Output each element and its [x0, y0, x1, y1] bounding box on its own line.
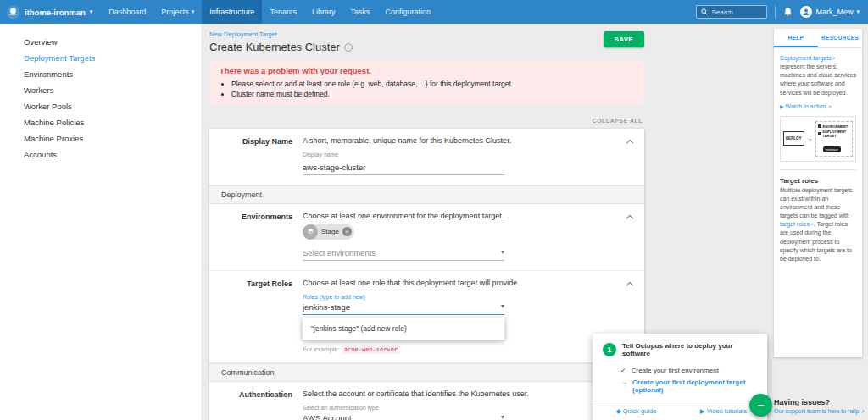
nav-item-infrastructure[interactable]: Infrastructure [202, 0, 262, 24]
auth-type-select[interactable]: AWS Account ▾ [303, 412, 504, 420]
save-button[interactable]: SAVE [604, 31, 644, 47]
error-item: Cluster name must be defined. [231, 90, 634, 98]
roles-input[interactable] [303, 302, 501, 312]
tab-help[interactable]: HELP [774, 29, 818, 47]
infrastructure-sidebar: Overview Deployment Targets Environments… [0, 24, 201, 420]
diagram-deploy-box: DEPLOY [783, 131, 804, 146]
authentication-section: Authentication Select the account or cer… [209, 382, 644, 420]
onboarding-next-item[interactable]: → Create your first deployment target (o… [620, 379, 759, 394]
environments-section: Environments Choose at least one environ… [209, 204, 644, 271]
communication-group-header: Communication [209, 363, 644, 382]
step-badge: 1 [603, 343, 616, 356]
global-search[interactable] [696, 5, 767, 19]
nav-item-configuration[interactable]: Configuration [377, 0, 438, 24]
environment-icon [303, 224, 318, 240]
person-icon [802, 8, 810, 16]
auth-type-value: AWS Account [303, 413, 501, 420]
nav-item-library[interactable]: Library [304, 0, 343, 24]
target-roles-section-label: Target Roles [221, 279, 303, 353]
sidebar-item-machine-proxies[interactable]: Machine Proxies [0, 130, 201, 146]
user-menu[interactable]: Mark_Mew ▾ [800, 6, 860, 18]
nav-divider [775, 6, 776, 18]
arrow-right-icon: → [807, 135, 813, 141]
environments-select-placeholder: Select environments [303, 248, 501, 257]
watch-in-action-link[interactable]: ▶ Watch in action ↗ [780, 103, 856, 109]
error-title: There was a problem with your request. [220, 66, 634, 75]
display-name-section-label: Display Name [221, 136, 303, 175]
deployment-target-form: Display Name A short, memorable, unique … [209, 129, 644, 420]
sidebar-item-deployment-targets[interactable]: Deployment Targets [0, 50, 201, 66]
error-list: Please select or add at least one role (… [231, 80, 634, 98]
chevron-down-icon: ▾ [856, 8, 860, 15]
roles-field-label: Roles (type to add new) [303, 294, 504, 300]
user-name: Mark_Mew [815, 8, 853, 16]
sidebar-item-environments[interactable]: Environments [0, 66, 201, 82]
target-roles-heading: Target roles [780, 177, 856, 185]
deployment-targets-link[interactable]: Deployment targets [780, 55, 832, 61]
sidebar-item-overview[interactable]: Overview [0, 34, 201, 50]
roles-example: For example: acme-web-server [303, 345, 612, 353]
minimize-onboarding-button[interactable]: − [749, 394, 772, 417]
deployment-target-icon [818, 132, 821, 135]
environment-chip: Stage × [303, 224, 354, 240]
arrow-right-icon: → [620, 379, 627, 386]
check-icon: ✓ [620, 367, 626, 374]
sidebar-item-workers[interactable]: Workers [0, 82, 201, 98]
target-roles-section: Target Roles Choose at least one role th… [209, 271, 644, 363]
authentication-description: Select the account or certificate that i… [303, 390, 612, 398]
support-heading: Having issues? [774, 398, 867, 406]
environments-description: Choose at least one environment for the … [303, 212, 612, 220]
caret-down-icon: ▾ [501, 414, 504, 420]
diagram-instance-chip: Instance [823, 146, 841, 152]
bell-icon[interactable] [783, 7, 793, 17]
remove-environment-icon[interactable]: × [342, 227, 352, 236]
space-name: ithome-ironman [25, 8, 86, 17]
play-icon: ▶ [780, 104, 784, 109]
target-roles-help: Multiple deployment targets can exist wi… [780, 186, 856, 263]
display-name-section: Display Name A short, memorable, unique … [209, 129, 644, 185]
nav-item-tasks[interactable]: Tasks [342, 0, 377, 24]
sidebar-item-accounts[interactable]: Accounts [0, 146, 201, 163]
minus-icon: − [758, 399, 765, 412]
page-header: New Deployment Target Create Kubernetes … [201, 24, 653, 53]
onboarding-done-item: ✓ Create your first environment [620, 367, 759, 374]
help-intro: Deployment targets↗ represent the server… [780, 54, 856, 97]
display-name-description: A short, memorable, unique name for this… [303, 136, 612, 145]
page-title: Create Kubernetes Cluster [209, 41, 340, 53]
error-callout: There was a problem with your request. P… [209, 60, 644, 105]
search-input[interactable] [711, 8, 762, 16]
add-new-role-option[interactable]: "jenkins-stage" (add new role) [311, 324, 496, 333]
breadcrumb[interactable]: New Deployment Target [209, 30, 644, 38]
deployment-group-header: Deployment [209, 185, 644, 204]
support-block: Having issues? Our support team is here … [774, 398, 867, 414]
nav-item-dashboard[interactable]: Dashboard [101, 0, 153, 24]
target-roles-link[interactable]: target roles [780, 221, 810, 227]
octopus-logo [6, 5, 20, 19]
nav-item-projects[interactable]: Projects▾ [153, 0, 202, 24]
sidebar-item-machine-policies[interactable]: Machine Policies [0, 114, 201, 130]
display-name-input[interactable] [303, 161, 504, 175]
sidebar-item-worker-pools[interactable]: Worker Pools [0, 98, 201, 114]
auth-type-field-label: Select an authentication type [303, 405, 504, 411]
chevron-down-icon: ▾ [192, 8, 195, 15]
onboarding-card: 1 Tell Octopus where to deploy your soft… [593, 334, 767, 420]
environments-select[interactable]: Select environments ▾ [303, 246, 504, 261]
navbar-right: Mark_Mew ▾ [696, 0, 868, 24]
caret-down-icon: ▾ [501, 303, 504, 310]
search-icon [701, 8, 708, 15]
quick-guide-link[interactable]: ◆ Quick guide [593, 401, 680, 420]
roles-example-code: acme-web-server [342, 345, 400, 354]
support-link[interactable]: Our support team is here to help ↗ [774, 408, 867, 414]
help-panel: HELP RESOURCES Deployment targets↗ repre… [774, 29, 862, 357]
tab-resources[interactable]: RESOURCES [818, 29, 862, 47]
space-switcher[interactable]: ithome-ironman ▾ [0, 0, 101, 24]
environments-section-label: Environments [221, 212, 303, 261]
nav-item-tenants[interactable]: Tenants [262, 0, 304, 24]
info-icon[interactable]: i [344, 43, 353, 52]
diamond-icon: ◆ [616, 407, 621, 415]
error-item: Please select or add at least one role (… [231, 80, 634, 88]
main-nav: Dashboard Projects▾ Infrastructure Tenan… [101, 0, 438, 24]
caret-down-icon: ▾ [501, 249, 504, 256]
divider [780, 169, 856, 170]
collapse-all-button[interactable]: COLLAPSE ALL [593, 118, 643, 124]
